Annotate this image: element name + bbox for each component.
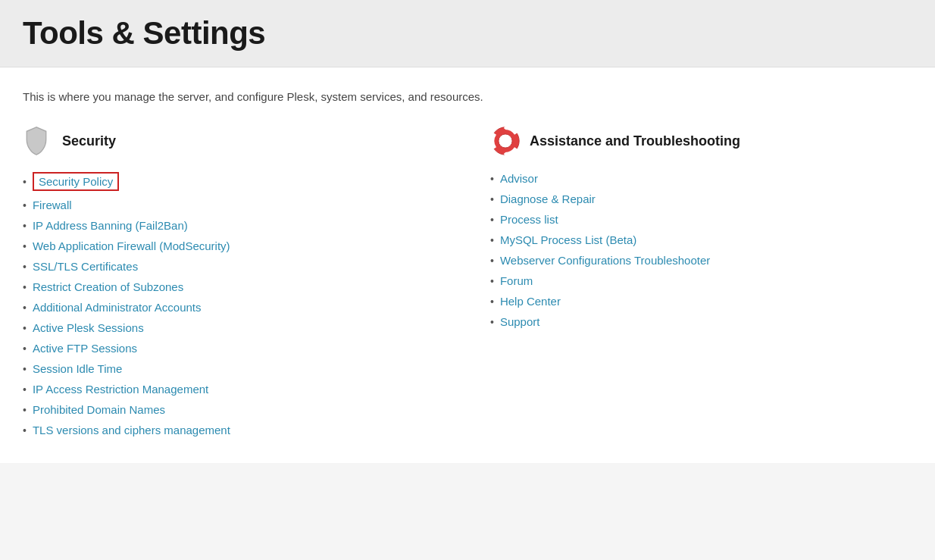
assistance-section-title: Assistance and Troubleshooting <box>530 133 740 149</box>
assistance-section-header: Assistance and Troubleshooting <box>490 126 912 156</box>
firewall-link[interactable]: Firewall <box>33 199 72 211</box>
list-item: IP Access Restriction Management <box>23 379 445 399</box>
shield-icon <box>23 126 53 156</box>
ip-banning-link[interactable]: IP Address Banning (Fail2Ban) <box>33 219 188 232</box>
list-item: Webserver Configurations Troubleshooter <box>490 250 912 271</box>
svg-point-3 <box>504 152 507 155</box>
ssl-tls-link[interactable]: SSL/TLS Certificates <box>33 260 138 273</box>
list-item: Active FTP Sessions <box>23 338 445 358</box>
sections-container: Security Security Policy Firewall IP Add… <box>23 126 912 440</box>
support-link[interactable]: Support <box>500 315 540 328</box>
list-item: Prohibited Domain Names <box>23 399 445 420</box>
session-idle-time-link[interactable]: Session Idle Time <box>33 362 122 375</box>
forum-link[interactable]: Forum <box>500 274 533 287</box>
svg-point-1 <box>499 134 512 148</box>
lifesaver-icon <box>490 126 521 156</box>
list-item: Session Idle Time <box>23 358 445 379</box>
list-item: Firewall <box>23 195 445 215</box>
restrict-subzones-link[interactable]: Restrict Creation of Subzones <box>33 280 183 293</box>
list-item: Additional Administrator Accounts <box>23 297 445 318</box>
list-item: Forum <box>490 271 912 291</box>
list-item: Advisor <box>490 168 912 189</box>
security-section-title: Security <box>62 133 116 149</box>
security-links-list: Security Policy Firewall IP Address Bann… <box>23 168 445 440</box>
ip-access-restriction-link[interactable]: IP Access Restriction Management <box>33 383 208 396</box>
list-item: TLS versions and ciphers management <box>23 420 445 440</box>
page-content: This is where you manage the server, and… <box>0 67 935 463</box>
security-section-header: Security <box>23 126 445 156</box>
list-item: MySQL Process List (Beta) <box>490 230 912 250</box>
security-policy-link[interactable]: Security Policy <box>33 172 119 191</box>
mysql-process-list-link[interactable]: MySQL Process List (Beta) <box>500 233 636 246</box>
list-item: Process list <box>490 209 912 230</box>
list-item: Web Application Firewall (ModSecurity) <box>23 236 445 256</box>
active-ftp-sessions-link[interactable]: Active FTP Sessions <box>33 342 137 355</box>
page-title: Tools & Settings <box>23 15 912 52</box>
list-item: SSL/TLS Certificates <box>23 256 445 277</box>
assistance-section: Assistance and Troubleshooting Advisor D… <box>490 126 912 440</box>
list-item: Security Policy <box>23 168 445 195</box>
svg-point-2 <box>504 127 507 130</box>
admin-accounts-link[interactable]: Additional Administrator Accounts <box>33 301 202 314</box>
page-description: This is where you manage the server, and… <box>23 90 912 103</box>
list-item: Restrict Creation of Subzones <box>23 277 445 297</box>
advisor-link[interactable]: Advisor <box>500 172 538 185</box>
assistance-links-list: Advisor Diagnose & Repair Process list M… <box>490 168 912 332</box>
list-item: Active Plesk Sessions <box>23 318 445 338</box>
webserver-troubleshooter-link[interactable]: Webserver Configurations Troubleshooter <box>500 254 710 267</box>
list-item: Support <box>490 311 912 332</box>
list-item: Help Center <box>490 291 912 311</box>
list-item: Diagnose & Repair <box>490 189 912 209</box>
diagnose-repair-link[interactable]: Diagnose & Repair <box>500 192 596 205</box>
prohibited-domain-names-link[interactable]: Prohibited Domain Names <box>33 403 165 416</box>
list-item: IP Address Banning (Fail2Ban) <box>23 215 445 236</box>
help-center-link[interactable]: Help Center <box>500 295 561 308</box>
waf-link[interactable]: Web Application Firewall (ModSecurity) <box>33 239 230 252</box>
security-section: Security Security Policy Firewall IP Add… <box>23 126 445 440</box>
page-header: Tools & Settings <box>0 0 935 67</box>
tls-versions-link[interactable]: TLS versions and ciphers management <box>33 424 230 436</box>
process-list-link[interactable]: Process list <box>500 213 558 226</box>
active-plesk-sessions-link[interactable]: Active Plesk Sessions <box>33 321 144 334</box>
